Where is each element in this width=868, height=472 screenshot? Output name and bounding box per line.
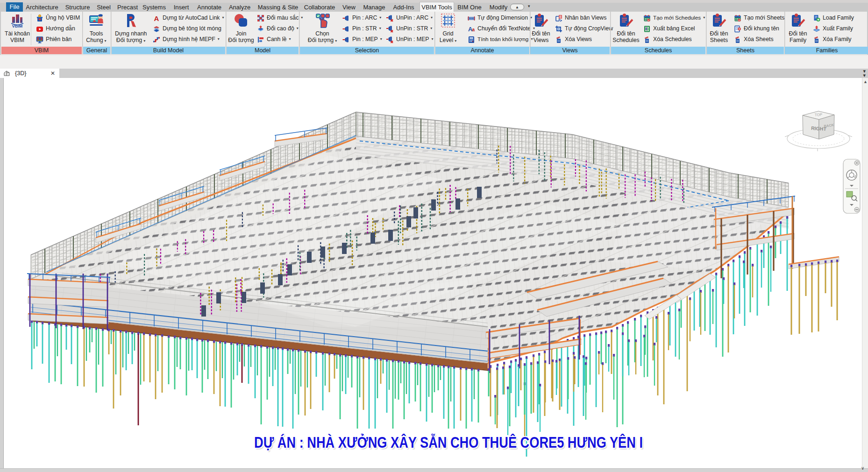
svg-text:A: A: [154, 14, 159, 22]
svg-text:TOP: TOP: [815, 113, 823, 117]
svg-text:VBIM: VBIM: [12, 24, 23, 28]
svg-text:a: a: [472, 27, 475, 32]
